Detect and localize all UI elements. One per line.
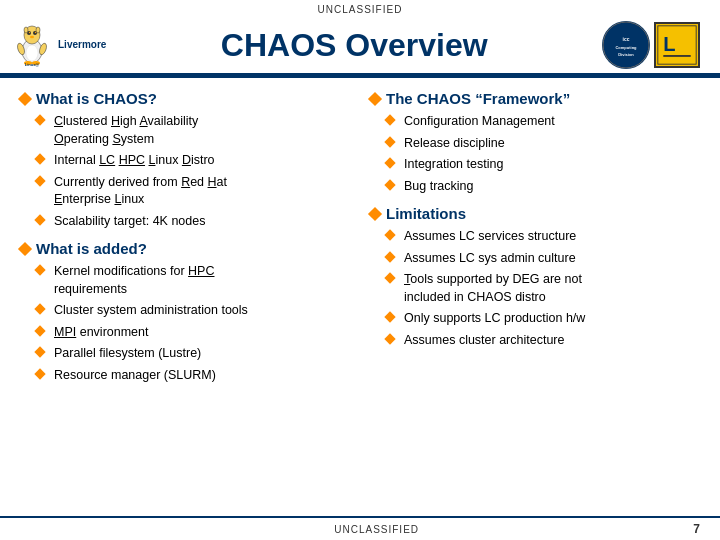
list-item: Configuration Management	[386, 113, 700, 131]
logo-left: Linux@ Livermore	[10, 23, 106, 67]
svg-point-6	[30, 36, 34, 38]
svg-text:Division: Division	[618, 52, 634, 57]
svg-text:Linux@: Linux@	[25, 62, 40, 67]
list-item: Assumes LC services structure	[386, 228, 700, 246]
left-column: What is CHAOS? Clustered High Availabili…	[20, 90, 350, 510]
svg-point-7	[24, 27, 28, 33]
limitations-list: Assumes LC services structure Assumes LC…	[386, 228, 700, 349]
svg-rect-19	[656, 24, 698, 66]
list-item: Bug tracking	[386, 178, 700, 196]
list-item: Kernel modifications for HPCrequirements	[36, 263, 350, 298]
chaos-framework-heading: The CHAOS “Framework”	[370, 90, 700, 107]
list-item: Only supports LC production h/w	[386, 310, 700, 328]
svg-text:icc: icc	[623, 36, 630, 42]
list-item: Integration testing	[386, 156, 700, 174]
main-content: What is CHAOS? Clustered High Availabili…	[0, 78, 720, 518]
page-number: 7	[693, 522, 700, 536]
linux-logo-icon: Linux@	[10, 23, 54, 67]
what-is-chaos-heading: What is CHAOS?	[20, 90, 350, 107]
list-item: Currently derived from Red HatEnterprise…	[36, 174, 350, 209]
list-item: MPI environment	[36, 324, 350, 342]
list-item: Assumes cluster architecture	[386, 332, 700, 350]
list-item: Resource manager (SLURM)	[36, 367, 350, 385]
right-column: The CHAOS “Framework” Configuration Mana…	[370, 90, 700, 510]
list-item: Parallel filesystem (Lustre)	[36, 345, 350, 363]
list-item: Release discipline	[386, 135, 700, 153]
limitations-heading: Limitations	[370, 205, 700, 222]
list-item: Assumes LC sys admin culture	[386, 250, 700, 268]
list-item: Cluster system administration tools	[36, 302, 350, 320]
bottom-unclassified-label: UNCLASSIFIED	[60, 524, 693, 535]
chaos-framework-list: Configuration Management Release discipl…	[386, 113, 700, 195]
list-item: Internal LC HPC Linux Distro	[36, 152, 350, 170]
header-title: CHAOS Overview	[106, 27, 602, 64]
svg-point-5	[35, 32, 36, 33]
what-is-chaos-list: Clustered High AvailabilityOperating Sys…	[36, 113, 350, 230]
svg-text:Computing: Computing	[615, 45, 637, 50]
header: Linux@ Livermore CHAOS Overview icc Comp…	[0, 17, 720, 76]
svg-text:L: L	[663, 33, 675, 55]
what-is-added-heading: What is added?	[20, 240, 350, 257]
list-item: Tools supported by DEG are notincluded i…	[386, 271, 700, 306]
list-item: Scalability target: 4K nodes	[36, 213, 350, 231]
yellow-logo: L	[654, 22, 700, 68]
top-unclassified-label: UNCLASSIFIED	[0, 0, 720, 17]
what-is-added-list: Kernel modifications for HPCrequirements…	[36, 263, 350, 384]
svg-point-8	[36, 27, 40, 33]
iccd-logo: icc Computing Division	[602, 21, 650, 69]
livermore-label: Livermore	[58, 39, 106, 51]
bottom-bar: UNCLASSIFIED 7	[0, 516, 720, 540]
svg-point-4	[29, 32, 30, 33]
list-item: Clustered High AvailabilityOperating Sys…	[36, 113, 350, 148]
logos-right: icc Computing Division L	[602, 21, 700, 69]
svg-point-9	[26, 45, 38, 61]
